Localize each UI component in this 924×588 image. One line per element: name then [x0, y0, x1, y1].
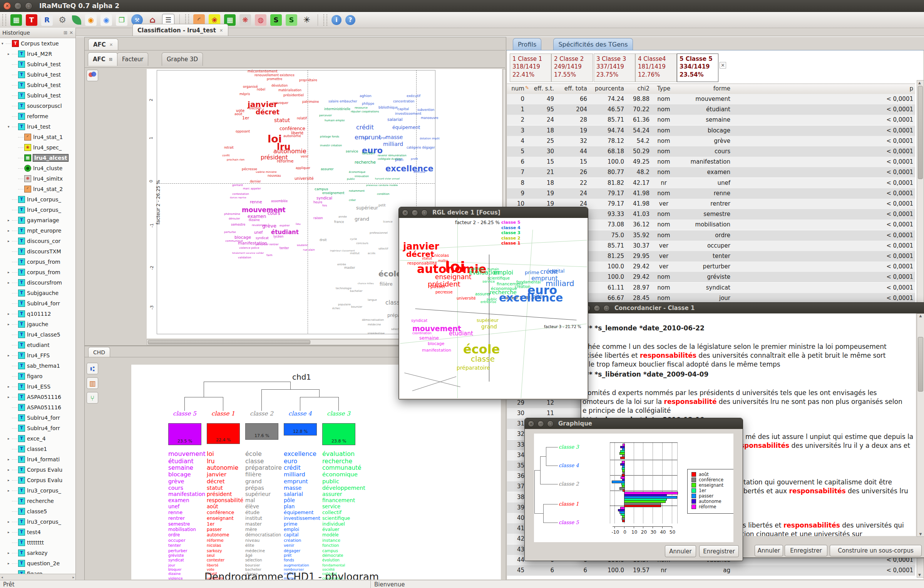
window-close-icon[interactable]: ✕	[3, 2, 11, 10]
sidebar-item-question-2e[interactable]: ▸Tquestion_2e	[0, 558, 75, 568]
text-corpus-icon[interactable]: T	[26, 14, 37, 26]
sidebar-item-corpus-evalu[interactable]: ▸TCorpus Evalu	[0, 464, 75, 475]
graphique-minimize-icon[interactable]: ─	[537, 420, 544, 427]
column-header-eff-s-t-[interactable]: eff. s.t.	[526, 85, 554, 92]
concordancier-titlebar[interactable]: ✕ ─ ▢ Concordancier - Classe 1	[581, 303, 924, 313]
table-row[interactable]: 9192479.1741.98nomrenne< 0,0001	[507, 188, 915, 199]
column-header-forme[interactable]: forme	[676, 85, 730, 92]
tree-expander-icon[interactable]: ▸	[8, 551, 12, 555]
sidebar-item-lru4-ess[interactable]: ▸Tlru4_ESS	[0, 381, 75, 392]
rgl-minimize-icon[interactable]: ─	[412, 209, 418, 216]
graphique-button-enregistrer[interactable]: Enregistrer	[699, 545, 739, 557]
tab-chd[interactable]: CHD	[88, 347, 110, 357]
table-row[interactable]: 8182281.8242.17nrunef< 0,0001	[507, 178, 915, 188]
sidebar-item-sublru4-test[interactable]: TSublru4_test	[0, 69, 75, 80]
tree-expander-icon[interactable]: ▸	[8, 52, 12, 56]
copy-green-icon[interactable]: ❐	[116, 14, 127, 26]
concordancier-minimize-icon[interactable]: ─	[594, 305, 600, 312]
sidebar-item-etudiant[interactable]: Tetudiant	[0, 340, 75, 350]
sidebar-item-sublru4-forr[interactable]: TSublru4_forr	[0, 423, 75, 433]
class-header-2[interactable]: 2 Classe 2249/141917.55%	[551, 54, 593, 82]
column-header-type[interactable]: Type	[653, 85, 675, 92]
globe-blue-icon[interactable]: ◉	[100, 14, 112, 26]
sidebar-item-lru4-ffs[interactable]: ▸Tlru4_FFS	[0, 350, 75, 360]
column-header-chi2[interactable]: chi2	[626, 85, 649, 92]
sidebar-item-q101112[interactable]: ▸Tq101112	[0, 308, 75, 319]
sidebar-item-discoursfrom[interactable]: ▸Tdiscoursfrom	[0, 277, 75, 288]
scroll-up-icon[interactable]: ▲	[918, 81, 921, 85]
sidebar-item-lru4-stat-1[interactable]: ◜lru4_stat_1	[0, 132, 75, 142]
tab-afc-graphe-3d[interactable]: Graphe 3D	[162, 52, 203, 66]
sidebar-item-lru4-alcest[interactable]: ▦lru4_alcest	[0, 152, 75, 163]
profils-scrollbar-thumb[interactable]	[918, 86, 923, 179]
window-minimize-icon[interactable]: ─	[14, 2, 22, 10]
sidebar-item-aspa051116[interactable]: ▸TASPA051116	[0, 392, 75, 402]
tree-expander-icon[interactable]: ▸	[8, 489, 12, 493]
sidebar-item-discourstxm[interactable]: TdiscoursTXM	[0, 246, 75, 256]
table-row[interactable]: 5304468.1850.29nomcours< 0,0001	[507, 146, 915, 157]
sidebar-item-corpus-from[interactable]: Tcorpus_from	[0, 256, 75, 267]
sidebar-item-sublru4-forr[interactable]: TSublru4_forr	[0, 412, 75, 423]
tab-afc-afc[interactable]: AFC⊠	[88, 52, 118, 66]
tree-expander-icon[interactable]: ▸	[8, 218, 12, 222]
chd-bars-icon[interactable]: ▥	[87, 377, 98, 389]
sidebar-item-lru4-spec-[interactable]: ❀lru4_spec_	[0, 142, 75, 152]
sidebar-item-lru3-corpus-[interactable]: ▸Tlru3_corpus_	[0, 485, 75, 496]
palette-icon[interactable]	[87, 70, 98, 81]
sidebar-item-lru4-stat-2[interactable]: ◜lru4_stat_2	[0, 184, 75, 194]
column-header-pourcenta[interactable]: pourcenta	[589, 85, 624, 92]
leaf-import-icon[interactable]	[72, 15, 81, 25]
proto-sphere-icon[interactable]: ◍	[255, 14, 266, 26]
table-row[interactable]: 7212680.7748.2nomexamen< 0,0001	[507, 167, 915, 178]
stat-s2-icon[interactable]: S	[286, 14, 297, 26]
sidebar-item-lru4-classe5[interactable]: Tlru4_classe5	[0, 329, 75, 340]
table-row[interactable]: 4253278.1254.2nomgrève< 0,0001	[507, 136, 915, 146]
info-icon[interactable]: i	[331, 15, 341, 25]
class-header-4[interactable]: 4 Classe4181/141912.76%	[635, 54, 677, 82]
tab-classification[interactable]: Classification - lru4_test✕	[132, 24, 228, 37]
graphique-maximize-icon[interactable]: ▢	[547, 420, 554, 427]
class-header-1[interactable]: 1 Classe 1318/141922.41%	[510, 54, 551, 82]
tree-expander-icon[interactable]: ▸	[8, 239, 12, 243]
sidebar-item-sab-thema1[interactable]: Tsab_thema1	[0, 360, 75, 371]
tree-expander-icon[interactable]: ▸	[8, 561, 12, 565]
tree-expander-icon[interactable]: ▸	[8, 468, 12, 472]
simi-graph-icon[interactable]: ❋	[239, 14, 251, 26]
sidebar-item-sublru4-test[interactable]: TSublru4_test	[0, 90, 75, 101]
table-row[interactable]: 2242885.7161.36nomsemaine< 0,0001	[507, 115, 915, 125]
tree-expander-icon[interactable]: ▸	[8, 312, 12, 316]
rgl-close-icon[interactable]: ✕	[402, 209, 408, 216]
badge-orange-icon[interactable]: ◉	[85, 14, 97, 26]
button-construire-un-sous-corpus[interactable]: Construire un sous-corpus	[830, 545, 922, 556]
sidebar-item-subjgauche[interactable]: TSubjgauche	[0, 288, 75, 298]
tree-expander-icon[interactable]: ▸	[8, 520, 12, 524]
tree-expander-icon[interactable]: ▾	[8, 125, 12, 129]
panel-close-icon[interactable]: ✕	[69, 30, 73, 35]
concordancier-maximize-icon[interactable]: ▢	[603, 305, 610, 312]
sidebar-item-mpt-europre[interactable]: ▸Tmpt_europre	[0, 225, 75, 236]
button-annuler[interactable]: Annuler	[755, 545, 783, 556]
corpus-grid-icon[interactable]: ▦	[10, 14, 22, 26]
graphique-titlebar[interactable]: ✕ ─ ▢ Graphique	[525, 418, 743, 429]
tree-expander-icon[interactable]: ▸	[8, 353, 12, 357]
tab-close-icon[interactable]: ✕	[219, 28, 223, 34]
tree-expander-icon[interactable]: ▸	[8, 385, 12, 389]
tree-expander-icon[interactable]: ▸	[8, 478, 12, 482]
concordancier-scrollbar[interactable]: ▲ ▼	[917, 313, 924, 537]
sidebar-item-reforme[interactable]: Treforme	[0, 111, 75, 121]
tree-expander-icon[interactable]: ▸	[8, 322, 12, 326]
sidebar-item-aspa051116[interactable]: TASPA051116	[0, 402, 75, 412]
sidebar-item-discours-cor[interactable]: ▸Tdiscours_cor	[0, 236, 75, 246]
sidebar-item-ex-ce-4[interactable]: ▸Tex​ce_4	[0, 433, 75, 444]
sidebar-item-corpus-from[interactable]: ▸Tcorpus_from	[0, 267, 75, 277]
sidebar-item-test4[interactable]: ▸Ttest4	[0, 527, 75, 537]
column-header-num[interactable]: num	[509, 85, 524, 92]
sidebar-item-jgauche[interactable]: ▸Tjgauche	[0, 319, 75, 329]
sidebar-item-corpus-textue[interactable]: ▾TCorpus textue	[0, 38, 75, 49]
rgl-titlebar[interactable]: ✕ ─ ▢ RGL device 1 [Focus]	[399, 207, 588, 218]
window-maximize-icon[interactable]: ▢	[25, 2, 32, 10]
column-header-eff-tota[interactable]: eff. tota	[556, 85, 587, 92]
tree-expander-icon[interactable]: ▾	[2, 42, 6, 45]
table-row[interactable]: 4566100.019.57nrag< 0,0001	[507, 565, 915, 576]
splitvar-icon[interactable]: ✳	[301, 14, 313, 26]
